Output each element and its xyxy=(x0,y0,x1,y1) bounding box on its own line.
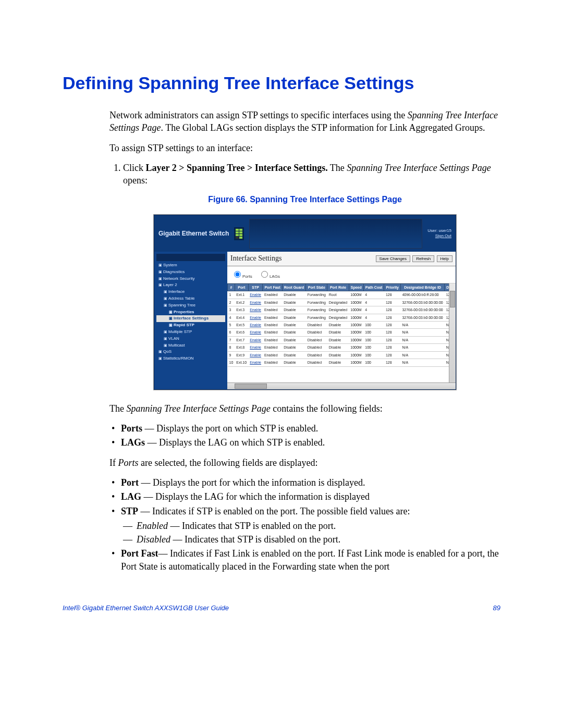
table-header-cell: Port xyxy=(235,283,248,291)
nav-item-qos[interactable]: QoS xyxy=(156,349,225,355)
stp-toggle-link[interactable]: Enable xyxy=(250,323,261,327)
table-row[interactable]: 9Ext.9EnableEnabledDisableDisabledDisabl… xyxy=(228,351,456,359)
table-cell: Enable xyxy=(248,321,263,328)
table-header-cell: Port Role xyxy=(327,283,349,291)
scrollbar-thumb[interactable] xyxy=(235,384,267,389)
nav-item-interface[interactable]: Interface xyxy=(156,289,225,295)
ports-fields-list: Port — Displays the port for which the i… xyxy=(109,476,500,573)
nav-item-network-security[interactable]: Network Security xyxy=(156,276,225,282)
table-row[interactable]: 3Ext.3EnableEnabledDisableForwardingDesi… xyxy=(228,306,456,314)
text-emphasis: Ports xyxy=(118,458,139,468)
product-brand: Gigabit Ethernet Switch xyxy=(158,229,229,238)
table-cell: 1000M xyxy=(349,299,363,306)
table-cell: 4 xyxy=(363,314,384,321)
table-cell: Enable xyxy=(248,351,263,359)
table-cell: Disabled xyxy=(306,359,327,366)
nav-item-system[interactable]: System xyxy=(156,262,225,269)
table-cell: 6 xyxy=(228,329,235,336)
table-cell: Designated xyxy=(327,314,349,321)
steps-list: Click Layer 2 > Spanning Tree > Interfac… xyxy=(109,162,500,187)
scrollbar-thumb[interactable] xyxy=(450,291,455,307)
text-bold: Layer 2 > Spanning Tree > Interface Sett… xyxy=(146,163,328,173)
refresh-button[interactable]: Refresh xyxy=(412,255,434,262)
signout-link[interactable]: Sign Out xyxy=(435,233,451,238)
text: are selected, the following fields are d… xyxy=(139,458,318,468)
table-header-cell: # xyxy=(228,283,235,291)
content-titlebar: Interface Settings Save Changes Refresh … xyxy=(227,252,456,266)
text: Network administrators can assign STP se… xyxy=(109,110,408,120)
table-cell: N/A xyxy=(400,344,444,351)
table-cell: Disable xyxy=(282,291,306,299)
table-scroll-area[interactable]: #PortSTPPort FastRoot GuardPort StatePor… xyxy=(227,283,456,382)
table-cell: Ext.5 xyxy=(235,321,248,328)
nav-item-multicast[interactable]: Multicast xyxy=(156,342,225,349)
intro-paragraph: Network administrators can assign STP se… xyxy=(109,109,500,134)
stp-toggle-link[interactable]: Enable xyxy=(250,293,261,297)
stp-toggle-link[interactable]: Enable xyxy=(250,353,261,357)
text: — Displays the LAG for which the informa… xyxy=(141,491,370,502)
table-cell: Ext.10 xyxy=(235,359,248,366)
radio-ports-input[interactable] xyxy=(234,271,241,278)
stp-toggle-link[interactable]: Enable xyxy=(250,308,261,312)
table-cell: Ext.6 xyxy=(235,329,248,336)
table-cell: Disabled xyxy=(306,351,327,359)
table-cell: Enable xyxy=(248,329,263,336)
stp-toggle-link[interactable]: Enable xyxy=(250,346,261,349)
list-item: LAGs — Displays the LAG on which STP is … xyxy=(109,436,500,449)
user-label: User: user15 xyxy=(427,228,451,233)
nav-item-stats-rmon[interactable]: Statistics/RMON xyxy=(156,355,225,362)
list-item: Disabled — Indicates that STP is disable… xyxy=(121,533,500,546)
table-cell: 100 xyxy=(363,359,384,366)
nav-item-interface-settings[interactable]: Interface Settings xyxy=(156,315,225,322)
table-row[interactable]: 4Ext.4EnableEnabledDisableForwardingDesi… xyxy=(228,314,456,321)
table-cell: Disabled xyxy=(306,321,327,328)
table-row[interactable]: 6Ext.6EnableEnabledDisableDisabledDisabl… xyxy=(228,329,456,336)
table-header-cell: Designated Bridge ID xyxy=(400,283,444,291)
table-cell: Ext.9 xyxy=(235,351,248,359)
stp-toggle-link[interactable]: Enable xyxy=(250,338,261,342)
table-row[interactable]: 8Ext.8EnableEnabledDisableDisabledDisabl… xyxy=(228,344,456,351)
table-cell: 1000M xyxy=(349,314,363,321)
table-cell: 128 xyxy=(384,321,401,328)
nav-item-rapid-stp[interactable]: Rapid STP xyxy=(156,322,225,329)
nav-item-layer2[interactable]: Layer 2 xyxy=(156,282,225,289)
nav-item-diagnostics[interactable]: Diagnostics xyxy=(156,269,225,276)
table-row[interactable]: 5Ext.5EnableEnabledDisableDisabledDisabl… xyxy=(228,321,456,328)
table-row[interactable]: 1Ext.1EnableEnabledDisableForwardingRoot… xyxy=(228,291,456,299)
table-cell: Enabled xyxy=(263,329,282,336)
text: contains the following fields: xyxy=(271,403,383,414)
stp-toggle-link[interactable]: Enable xyxy=(250,301,261,304)
table-cell: Disable xyxy=(327,344,349,351)
stp-toggle-link[interactable]: Enable xyxy=(250,316,261,319)
list-item: Port Fast— Indicates if Fast Link is ena… xyxy=(109,547,500,573)
nav-item-address-table[interactable]: Address Table xyxy=(156,295,225,302)
nav-item-vlan[interactable]: VLAN xyxy=(156,336,225,342)
nav-item-properties[interactable]: Properties xyxy=(156,309,225,316)
save-changes-button[interactable]: Save Changes xyxy=(376,255,410,262)
table-row[interactable]: 7Ext.7EnableEnabledDisableDisabledDisabl… xyxy=(228,336,456,343)
nav-item-multiple-stp[interactable]: Multiple STP xyxy=(156,329,225,336)
table-cell: 1 xyxy=(228,291,235,299)
radio-lags[interactable]: LAGs xyxy=(259,274,280,279)
table-cell: Forwarding xyxy=(306,299,327,306)
after-fields-lead: The Spanning Tree Interface Settings Pag… xyxy=(109,402,500,415)
stp-toggle-link[interactable]: Enable xyxy=(250,361,261,364)
horizontal-scrollbar[interactable] xyxy=(227,382,456,389)
radio-lags-input[interactable] xyxy=(261,271,268,278)
table-cell: 4 xyxy=(363,306,384,314)
stp-toggle-link[interactable]: Enable xyxy=(250,330,261,334)
table-cell: N/A xyxy=(400,351,444,359)
ports-lead: If Ports are selected, the following fie… xyxy=(109,456,500,469)
table-cell: Disable xyxy=(282,344,306,351)
vertical-scrollbar[interactable] xyxy=(449,283,456,382)
help-button[interactable]: Help xyxy=(437,255,452,262)
nav-item-spanning-tree[interactable]: Spanning Tree xyxy=(156,302,225,309)
radio-ports[interactable]: Ports xyxy=(231,274,252,279)
table-cell: Disable xyxy=(282,321,306,328)
table-cell: Enable xyxy=(248,314,263,321)
table-row[interactable]: 10Ext.10EnableEnabledDisableDisabledDisa… xyxy=(228,359,456,366)
table-cell: 3 xyxy=(228,306,235,314)
stp-values-list: Enabled — Indicates that STP is enabled … xyxy=(121,520,500,546)
table-row[interactable]: 2Ext.2EnableEnabledDisableForwardingDesi… xyxy=(228,299,456,306)
table-header-cell: STP xyxy=(248,283,263,291)
